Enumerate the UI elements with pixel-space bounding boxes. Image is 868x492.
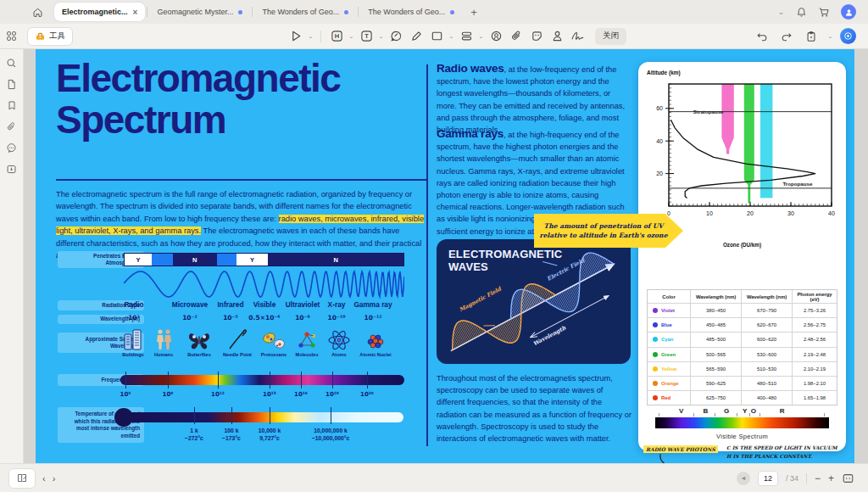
ai-assistant-button[interactable] bbox=[840, 28, 856, 44]
notifications-bell-icon[interactable] bbox=[796, 7, 807, 18]
pen-tool[interactable] bbox=[407, 27, 426, 46]
svg-text:30: 30 bbox=[787, 210, 794, 216]
page-number-input[interactable]: 12 bbox=[758, 471, 778, 486]
frequency-tick bbox=[332, 372, 333, 389]
close-annotation-button[interactable]: 关闭 bbox=[595, 28, 626, 45]
redo-button[interactable] bbox=[777, 27, 796, 46]
window-menu-chevron-icon[interactable]: ⌄ bbox=[777, 8, 785, 16]
tab-label: The Wonders of Geo... bbox=[368, 8, 445, 16]
temperature-gradient-bar bbox=[124, 412, 403, 422]
radiation-type-label: Microwave bbox=[172, 300, 208, 309]
color-cell: Yellow bbox=[648, 362, 690, 376]
tab-3[interactable]: The Wonders of Geo... bbox=[254, 3, 356, 21]
sticker-tool[interactable] bbox=[527, 27, 546, 46]
user-avatar[interactable] bbox=[841, 4, 856, 20]
comment-bubble-icon bbox=[390, 30, 403, 42]
wavelength2-cell: 480–510 bbox=[741, 377, 792, 390]
cart-icon[interactable] bbox=[818, 7, 830, 18]
radiation-type-label: Ultraviolet bbox=[286, 300, 320, 309]
next-page-button[interactable]: › bbox=[53, 473, 56, 484]
text-tool[interactable]: T bbox=[357, 27, 376, 46]
wavelength-value: 10³ bbox=[128, 314, 140, 321]
home-button[interactable] bbox=[27, 3, 47, 20]
radiation-type-label: Radio bbox=[124, 300, 143, 309]
wavelength-cell: 450–485 bbox=[690, 318, 741, 332]
tools-button[interactable]: 工具 bbox=[27, 27, 73, 46]
export-button[interactable] bbox=[6, 164, 17, 175]
new-tab-button[interactable]: + bbox=[470, 6, 477, 19]
line-tool-chevron-icon[interactable]: ⌄ bbox=[477, 33, 485, 40]
save-card-icon bbox=[6, 164, 17, 175]
clipboard-button[interactable] bbox=[802, 27, 821, 46]
frequency-tick bbox=[270, 372, 270, 389]
page-icon bbox=[6, 79, 17, 90]
frequency-tick bbox=[168, 372, 169, 389]
tab-label: Geomagnetic Myster... bbox=[157, 8, 233, 16]
clipboard-chevron-icon[interactable]: ⌄ bbox=[826, 33, 834, 40]
reading-mode-button[interactable] bbox=[8, 468, 36, 489]
attachments-button[interactable] bbox=[6, 121, 17, 132]
wavelength2-cell: 510–530 bbox=[741, 362, 792, 376]
undo-button[interactable] bbox=[753, 27, 771, 46]
select-tool[interactable] bbox=[287, 27, 305, 46]
attachment-tool[interactable] bbox=[507, 27, 526, 46]
energy-cell: 2.75–3.26 bbox=[792, 304, 837, 317]
atmosphere-bar: YNYN bbox=[124, 253, 404, 266]
planck-constant-note: H IS THE PLANCK CONSTANT. bbox=[726, 454, 812, 459]
zoom-in-button[interactable]: + bbox=[828, 472, 834, 484]
thumbnails-button[interactable] bbox=[6, 79, 17, 90]
back-view-button[interactable]: ◂ bbox=[737, 472, 750, 485]
text-tool-chevron-icon[interactable]: ⌄ bbox=[377, 33, 385, 40]
energy-cell: 1.65–1.98 bbox=[792, 391, 837, 405]
tab-close-icon[interactable]: × bbox=[133, 8, 138, 17]
frequency-tick bbox=[218, 372, 219, 389]
text-icon: T bbox=[360, 30, 373, 42]
search-button[interactable] bbox=[6, 58, 17, 69]
frequency-tick-label: 10⁸ bbox=[163, 391, 174, 398]
uv-band-pink bbox=[721, 84, 733, 154]
butterflies-icon bbox=[180, 327, 219, 351]
highlight-tool-chevron-icon[interactable]: ⌄ bbox=[348, 33, 355, 40]
electromagnetic-waves-box: ELECTROMAGNETIC WAVES Electric Field Mag… bbox=[437, 239, 631, 364]
tab-2[interactable]: Geomagnetic Myster... bbox=[149, 3, 250, 21]
app-grid-button[interactable] bbox=[0, 31, 22, 42]
stamp-tool[interactable] bbox=[548, 27, 566, 46]
atomic-nuclei-icon bbox=[356, 327, 395, 351]
temperature-tick bbox=[331, 407, 331, 424]
signature-icon bbox=[570, 30, 585, 42]
unsaved-dot-icon bbox=[344, 10, 348, 14]
scale-item: Butterflies bbox=[180, 327, 219, 357]
measure-tool[interactable] bbox=[487, 27, 505, 46]
svg-text:20: 20 bbox=[656, 171, 663, 176]
tab-4[interactable]: The Wonders of Geo... bbox=[360, 3, 462, 21]
svg-text:20: 20 bbox=[747, 210, 754, 216]
frequency-tick-label: 10¹⁸ bbox=[326, 391, 339, 398]
scale-item-label: Humans bbox=[144, 352, 183, 357]
shape-tool-chevron-icon[interactable]: ⌄ bbox=[448, 33, 455, 40]
grid-icon bbox=[6, 31, 17, 42]
signature-tool[interactable] bbox=[568, 27, 587, 46]
stamp-person-icon bbox=[551, 30, 564, 42]
previous-page-button[interactable]: ‹ bbox=[42, 473, 46, 484]
select-tool-chevron-icon[interactable]: ⌄ bbox=[307, 33, 314, 40]
highlight-tool[interactable]: H bbox=[327, 27, 346, 46]
fit-page-button[interactable] bbox=[842, 472, 854, 484]
wavelength2-cell: 530–600 bbox=[741, 348, 792, 361]
page-total-label: / 34 bbox=[786, 474, 798, 483]
ai-sparkle-icon bbox=[843, 31, 853, 41]
visible-spectrum-caption: Visible Spectrum bbox=[638, 433, 846, 440]
line-tool[interactable] bbox=[457, 27, 476, 46]
frequency-tick bbox=[125, 372, 126, 389]
comment-tool[interactable] bbox=[387, 27, 405, 46]
table-header-cell: Photon energy (eV) bbox=[792, 290, 837, 303]
speed-of-light-note: C IS THE SPEED OF LIGHT IN VACUUM bbox=[726, 445, 837, 450]
comments-button[interactable] bbox=[6, 143, 17, 154]
tab-label: The Wonders of Geo... bbox=[262, 8, 339, 16]
wavelength-cell: 590–625 bbox=[690, 377, 741, 390]
tab-1[interactable]: Electromagnetic...× bbox=[54, 3, 145, 21]
toolbox-icon bbox=[35, 31, 46, 42]
bookmarks-button[interactable] bbox=[7, 100, 17, 111]
color-cell: Cyan bbox=[648, 333, 690, 346]
zoom-out-button[interactable]: − bbox=[815, 472, 821, 484]
shape-tool[interactable] bbox=[427, 27, 446, 46]
